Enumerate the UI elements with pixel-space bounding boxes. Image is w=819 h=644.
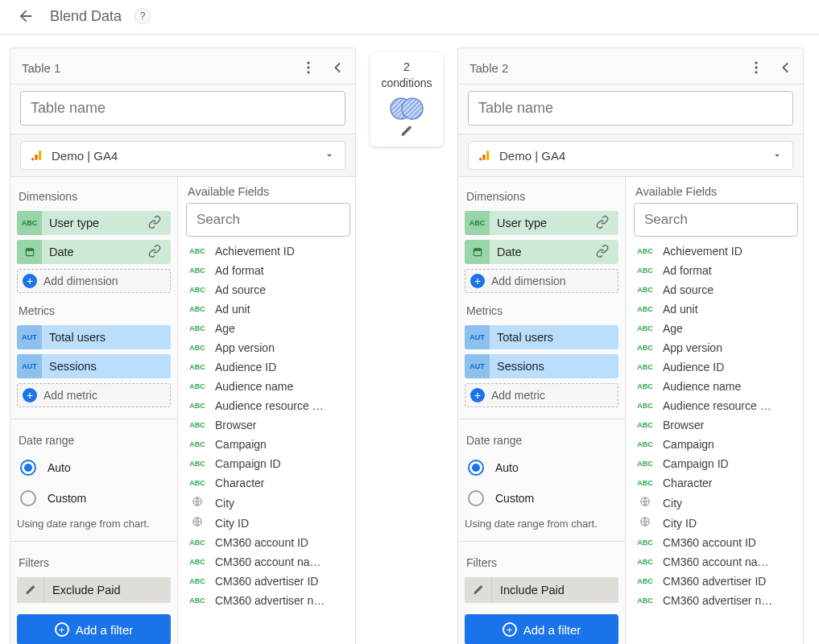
available-field-item[interactable]: City — [186, 493, 349, 513]
field-name: Ad unit — [663, 303, 698, 316]
available-field-item[interactable]: ABCAd unit — [186, 299, 349, 319]
available-field-item[interactable]: ABCApp version — [186, 338, 349, 357]
abc-icon: ABC — [188, 577, 207, 585]
available-field-item[interactable]: ABCCampaign — [186, 435, 349, 454]
svg-rect-3 — [39, 151, 41, 160]
field-name: City — [663, 497, 682, 510]
available-field-item[interactable]: ABCAudience ID — [186, 357, 349, 377]
available-field-item[interactable]: ABCCM360 account na… — [634, 552, 796, 572]
table1-collapse-button[interactable] — [326, 56, 349, 79]
add-metric-button[interactable]: + Add metric — [465, 383, 618, 407]
table2-name-input[interactable] — [468, 91, 793, 126]
table1-name-input[interactable] — [20, 91, 345, 126]
available-field-item[interactable]: ABCAd source — [186, 280, 349, 299]
available-field-item[interactable]: ABCAd format — [634, 261, 796, 280]
available-field-item[interactable]: City ID — [634, 513, 796, 533]
available-field-item[interactable]: ABCAudience name — [186, 377, 349, 396]
dimension-chip[interactable]: ABC User type — [465, 211, 618, 235]
available-field-item[interactable]: ABCCM360 advertiser ID — [634, 572, 796, 591]
available-field-item[interactable]: ABCCM360 advertiser n… — [634, 591, 796, 610]
field-name: Browser — [215, 419, 256, 431]
available-field-item[interactable]: ABCAchievement ID — [186, 242, 349, 261]
dimension-chip[interactable]: Date — [17, 240, 171, 264]
daterange-custom-radio[interactable]: Custom — [465, 485, 618, 511]
add-filter-button[interactable]: + Add a filter — [17, 614, 171, 644]
abc-icon: ABC — [188, 421, 207, 429]
filter-chip[interactable]: Exclude Paid — [17, 577, 171, 603]
available-field-item[interactable]: ABCCM360 campaign ID — [186, 610, 349, 612]
available-fields-title: Available Fields — [186, 185, 350, 198]
svg-point-16 — [755, 71, 757, 73]
table2-field-list[interactable]: ABCAchievement IDABCAd formatABCAd sourc… — [634, 242, 798, 612]
abc-icon: ABC — [635, 421, 655, 429]
available-field-item[interactable]: ABCAudience name — [634, 377, 796, 396]
filter-chip[interactable]: Include Paid — [465, 577, 618, 603]
daterange-note: Using date range from chart. — [17, 518, 171, 530]
available-field-item[interactable]: ABCAd unit — [634, 299, 796, 319]
ga-logo-icon — [478, 148, 491, 163]
table2-datasource-select[interactable]: Demo | GA4 — [468, 141, 793, 170]
field-name: Ad format — [215, 264, 264, 277]
dimension-chip[interactable]: ABC User type — [17, 211, 171, 235]
help-button[interactable]: ? — [134, 8, 151, 24]
table1-field-list[interactable]: ABCAchievement IDABCAd formatABCAd sourc… — [186, 242, 350, 612]
available-field-item[interactable]: ABCCM360 account ID — [634, 533, 796, 552]
table1-field-search-input[interactable] — [186, 203, 350, 237]
svg-point-15 — [755, 66, 757, 68]
available-field-item[interactable]: ABCCM360 account ID — [186, 533, 349, 552]
add-dimension-button[interactable]: + Add dimension — [465, 269, 618, 293]
available-field-item[interactable]: ABCApp version — [634, 338, 796, 357]
available-field-item[interactable]: ABCAd format — [186, 261, 349, 280]
add-dimension-button[interactable]: + Add dimension — [17, 269, 171, 293]
table2-more-button[interactable] — [745, 56, 767, 79]
available-field-item[interactable]: ABCAge — [634, 319, 796, 338]
available-field-item[interactable]: ABCBrowser — [634, 415, 796, 435]
available-field-item[interactable]: City — [634, 493, 796, 513]
available-field-item[interactable]: ABCAd source — [634, 280, 796, 299]
daterange-auto-radio[interactable]: Auto — [465, 455, 618, 481]
available-field-item[interactable]: ABCCharacter — [186, 473, 349, 493]
table1-more-button[interactable] — [297, 56, 320, 79]
topbar: Blend Data ? — [0, 0, 819, 35]
available-field-item[interactable]: ABCCM360 campaign ID — [634, 610, 796, 612]
join-config-card[interactable]: 2 conditions — [370, 52, 443, 147]
link-icon — [591, 245, 614, 260]
back-button[interactable] — [14, 5, 37, 27]
add-filter-button[interactable]: + Add a filter — [465, 614, 618, 644]
link-icon — [591, 216, 614, 231]
ga-logo-icon — [31, 148, 43, 163]
abc-icon: ABC — [188, 440, 207, 448]
daterange-custom-radio[interactable]: Custom — [17, 485, 171, 511]
available-field-item[interactable]: ABCCampaign ID — [186, 454, 349, 473]
table1-datasource-select[interactable]: Demo | GA4 — [20, 141, 345, 170]
available-field-item[interactable]: ABCAudience resource … — [186, 396, 349, 415]
link-icon — [143, 216, 166, 231]
abc-icon: ABC — [188, 344, 207, 352]
available-field-item[interactable]: ABCCM360 advertiser n… — [186, 591, 349, 610]
available-field-item[interactable]: ABCCM360 advertiser ID — [186, 572, 349, 591]
aut-icon: AUT — [17, 325, 43, 349]
metric-chip[interactable]: AUT Total users — [17, 325, 171, 349]
available-field-item[interactable]: ABCCharacter — [634, 473, 796, 493]
add-metric-button[interactable]: + Add metric — [17, 383, 171, 407]
dimension-chip[interactable]: Date — [465, 240, 618, 264]
available-field-item[interactable]: ABCCampaign — [634, 435, 796, 454]
field-name: Campaign ID — [215, 457, 281, 470]
available-field-item[interactable]: ABCAchievement ID — [634, 242, 796, 261]
daterange-auto-radio[interactable]: Auto — [17, 455, 171, 481]
available-field-item[interactable]: ABCBrowser — [186, 415, 349, 435]
filter-label: Exclude Paid — [44, 584, 129, 597]
available-field-item[interactable]: ABCCM360 account na… — [186, 552, 349, 572]
available-field-item[interactable]: ABCAudience ID — [634, 357, 796, 377]
available-field-item[interactable]: City ID — [186, 513, 349, 533]
metric-chip[interactable]: AUT Sessions — [17, 354, 171, 378]
table2-collapse-button[interactable] — [774, 56, 796, 79]
available-field-item[interactable]: ABCAge — [186, 319, 349, 338]
metric-chip[interactable]: AUT Total users — [465, 325, 618, 349]
metric-chip[interactable]: AUT Sessions — [465, 354, 618, 378]
available-field-item[interactable]: ABCCampaign ID — [634, 454, 796, 473]
globe-icon — [188, 496, 207, 510]
available-field-item[interactable]: ABCAudience resource … — [634, 396, 796, 415]
field-name: Age — [663, 322, 683, 335]
table2-field-search-input[interactable] — [634, 203, 798, 237]
